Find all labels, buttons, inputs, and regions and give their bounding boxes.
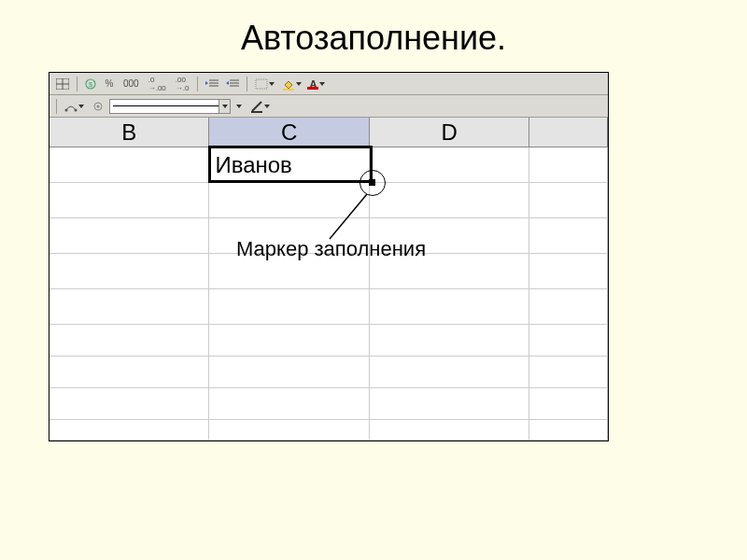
font-color-icon[interactable]: A — [306, 76, 328, 92]
spreadsheet-screenshot: $ % 000 .0→.00 .00→.0 A — [49, 72, 609, 441]
chevron-down-icon — [218, 100, 230, 113]
chevron-down-icon — [269, 82, 275, 86]
cell[interactable] — [370, 420, 529, 441]
chevron-down-icon — [319, 82, 325, 86]
table-row — [49, 325, 608, 357]
cell[interactable] — [49, 420, 209, 441]
cell[interactable] — [209, 325, 369, 357]
chevron-down-icon — [264, 105, 270, 108]
glue-points-icon[interactable] — [89, 98, 107, 115]
table-row — [49, 357, 608, 388]
toolbar-separator — [77, 77, 78, 91]
cell[interactable] — [209, 420, 369, 441]
cell[interactable] — [370, 357, 529, 388]
line-style-dropdown[interactable] — [109, 99, 231, 114]
cell[interactable] — [49, 357, 209, 388]
decrease-decimal-icon[interactable]: .00→.0 — [172, 76, 193, 92]
merge-cells-icon[interactable] — [53, 76, 72, 92]
cell[interactable] — [529, 420, 608, 441]
cell[interactable] — [370, 325, 529, 357]
currency-icon[interactable]: $ — [82, 76, 99, 92]
cell[interactable] — [529, 325, 608, 357]
toolbar-separator — [197, 77, 198, 91]
line-sample — [113, 105, 227, 106]
line-color-icon[interactable] — [247, 98, 273, 115]
svg-rect-14 — [283, 89, 294, 91]
cell[interactable] — [529, 357, 608, 388]
chevron-down-icon — [296, 82, 302, 86]
cell[interactable] — [209, 388, 369, 420]
svg-point-19 — [97, 105, 100, 107]
cell[interactable] — [49, 388, 209, 420]
svg-text:$: $ — [89, 80, 93, 89]
borders-icon[interactable] — [252, 76, 277, 92]
toolbar-separator — [247, 77, 247, 91]
percent-icon[interactable]: % — [101, 76, 118, 92]
svg-point-16 — [65, 108, 68, 111]
toolbar-separator — [56, 99, 57, 114]
callout-circle — [359, 170, 386, 196]
chevron-down-icon — [78, 105, 84, 108]
fill-color-icon[interactable] — [279, 76, 304, 92]
svg-marker-8 — [205, 81, 208, 85]
formatting-toolbar: $ % 000 .0→.00 .00→.0 A — [49, 73, 608, 95]
increase-decimal-icon[interactable]: .0→.00 — [145, 76, 170, 92]
increase-indent-icon[interactable] — [223, 76, 242, 92]
table-row — [49, 388, 608, 420]
slide-title: Автозаполнение. — [0, 0, 747, 72]
spreadsheet-grid[interactable]: B C D Иванов — [49, 118, 608, 441]
table-row — [49, 420, 608, 441]
svg-rect-15 — [307, 87, 318, 90]
decrease-indent-icon[interactable] — [203, 76, 221, 92]
cell[interactable] — [370, 388, 529, 420]
cell[interactable] — [529, 388, 608, 420]
cell[interactable] — [209, 357, 369, 388]
svg-point-17 — [75, 108, 78, 111]
edit-points-icon[interactable] — [62, 98, 87, 115]
percent-label: % — [105, 78, 115, 89]
chevron-down-icon — [236, 105, 242, 108]
callout-line — [49, 118, 610, 304]
svg-line-21 — [330, 194, 367, 239]
thousands-label: 000 — [122, 78, 140, 89]
cell[interactable] — [49, 325, 209, 357]
drawing-toolbar — [49, 95, 608, 118]
svg-rect-13 — [256, 79, 267, 89]
svg-marker-12 — [226, 81, 229, 85]
svg-rect-20 — [251, 111, 262, 113]
thousands-icon[interactable]: 000 — [120, 76, 143, 92]
